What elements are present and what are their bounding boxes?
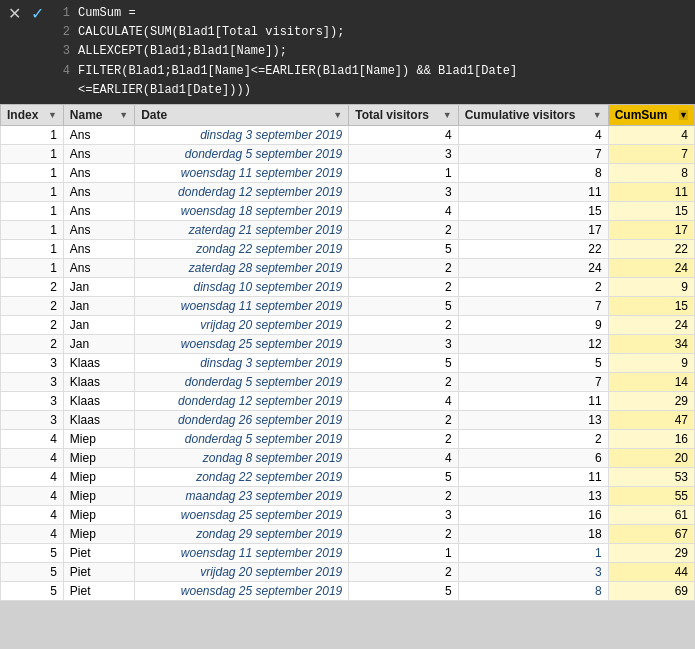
- cell-cumsum: 44: [608, 562, 694, 581]
- table-row: 3Klaasdonderdag 5 september 20192714: [1, 372, 695, 391]
- cell-name: Miep: [63, 505, 134, 524]
- column-header-cumulative[interactable]: Cumulative visitors▼: [458, 104, 608, 125]
- cell-name: Ans: [63, 201, 134, 220]
- filter-icon[interactable]: ▼: [443, 110, 452, 120]
- table-row: 5Pietvrijdag 20 september 20192344: [1, 562, 695, 581]
- cell-name: Jan: [63, 315, 134, 334]
- cell-cumulative: 13: [458, 486, 608, 505]
- filter-icon[interactable]: ▼: [593, 110, 602, 120]
- cell-name: Ans: [63, 220, 134, 239]
- cell-name: Klaas: [63, 410, 134, 429]
- cell-index: 3: [1, 391, 64, 410]
- cell-date: donderdag 5 september 2019: [135, 429, 349, 448]
- cell-date: woensdag 11 september 2019: [135, 543, 349, 562]
- cell-index: 5: [1, 581, 64, 600]
- cell-name: Ans: [63, 239, 134, 258]
- cell-total: 3: [349, 334, 458, 353]
- cell-index: 3: [1, 410, 64, 429]
- cell-total: 2: [349, 429, 458, 448]
- formula-line: 2CALCULATE(SUM(Blad1[Total visitors]);: [54, 23, 689, 42]
- cell-cumulative: 18: [458, 524, 608, 543]
- cell-date: woensdag 11 september 2019: [135, 296, 349, 315]
- cell-date: donderdag 26 september 2019: [135, 410, 349, 429]
- cell-cumulative: 6: [458, 448, 608, 467]
- column-header-date[interactable]: Date▼: [135, 104, 349, 125]
- cell-cumulative: 17: [458, 220, 608, 239]
- cell-index: 1: [1, 201, 64, 220]
- cell-cumulative: 11: [458, 182, 608, 201]
- column-header-cumsum[interactable]: CumSum▼: [608, 104, 694, 125]
- cell-name: Piet: [63, 562, 134, 581]
- table-row: 3Klaasdinsdag 3 september 2019559: [1, 353, 695, 372]
- cell-date: dinsdag 10 september 2019: [135, 277, 349, 296]
- cell-index: 3: [1, 372, 64, 391]
- cell-cumsum: 24: [608, 315, 694, 334]
- cell-cumulative: 15: [458, 201, 608, 220]
- table-row: 5Pietwoensdag 25 september 20195869: [1, 581, 695, 600]
- cell-index: 1: [1, 125, 64, 144]
- cell-total: 3: [349, 144, 458, 163]
- cell-cumsum: 53: [608, 467, 694, 486]
- cell-index: 4: [1, 505, 64, 524]
- cell-date: zaterdag 21 september 2019: [135, 220, 349, 239]
- cell-cumsum: 14: [608, 372, 694, 391]
- filter-icon[interactable]: ▼: [333, 110, 342, 120]
- cell-date: zaterdag 28 september 2019: [135, 258, 349, 277]
- cell-index: 4: [1, 486, 64, 505]
- cell-index: 2: [1, 334, 64, 353]
- cell-date: woensdag 25 september 2019: [135, 505, 349, 524]
- filter-icon[interactable]: ▼: [119, 110, 128, 120]
- cell-cumsum: 22: [608, 239, 694, 258]
- cell-index: 1: [1, 163, 64, 182]
- cell-cumsum: 67: [608, 524, 694, 543]
- table-row: 1Ansdonderdag 5 september 2019377: [1, 144, 695, 163]
- column-header-name[interactable]: Name▼: [63, 104, 134, 125]
- line-number: 2: [54, 23, 70, 42]
- confirm-button[interactable]: ✓: [29, 6, 46, 22]
- cell-name: Klaas: [63, 391, 134, 410]
- table-row: 5Pietwoensdag 11 september 20191129: [1, 543, 695, 562]
- formula-line: 1CumSum =: [54, 4, 689, 23]
- table-row: 4Miepzondag 8 september 20194620: [1, 448, 695, 467]
- formula-bar: ✕ ✓ 1CumSum =2CALCULATE(SUM(Blad1[Total …: [0, 0, 695, 104]
- cell-name: Miep: [63, 467, 134, 486]
- cell-cumulative: 7: [458, 372, 608, 391]
- table-row: 2Jandinsdag 10 september 2019229: [1, 277, 695, 296]
- cell-index: 4: [1, 524, 64, 543]
- cell-cumsum: 29: [608, 391, 694, 410]
- cancel-button[interactable]: ✕: [6, 6, 23, 22]
- cell-date: woensdag 11 september 2019: [135, 163, 349, 182]
- table-row: 4Miepwoensdag 25 september 201931661: [1, 505, 695, 524]
- table-row: 1Ansdinsdag 3 september 2019444: [1, 125, 695, 144]
- data-table-container: Index▼Name▼Date▼Total visitors▼Cumulativ…: [0, 104, 695, 601]
- cell-total: 5: [349, 353, 458, 372]
- cell-total: 4: [349, 125, 458, 144]
- cell-cumulative: 8: [458, 163, 608, 182]
- cell-cumsum: 4: [608, 125, 694, 144]
- column-header-total[interactable]: Total visitors▼: [349, 104, 458, 125]
- column-header-index[interactable]: Index▼: [1, 104, 64, 125]
- cell-index: 1: [1, 220, 64, 239]
- cell-cumulative: 2: [458, 277, 608, 296]
- cell-total: 2: [349, 486, 458, 505]
- filter-icon[interactable]: ▼: [48, 110, 57, 120]
- cell-total: 4: [349, 201, 458, 220]
- table-row: 2Janwoensdag 11 september 20195715: [1, 296, 695, 315]
- cell-name: Piet: [63, 581, 134, 600]
- filter-icon[interactable]: ▼: [679, 110, 688, 120]
- table-row: 4Miepmaandag 23 september 201921355: [1, 486, 695, 505]
- cell-cumulative: 1: [458, 543, 608, 562]
- cell-index: 4: [1, 448, 64, 467]
- cell-cumsum: 24: [608, 258, 694, 277]
- cell-cumsum: 47: [608, 410, 694, 429]
- cell-date: maandag 23 september 2019: [135, 486, 349, 505]
- cell-date: woensdag 25 september 2019: [135, 334, 349, 353]
- cell-date: donderdag 12 september 2019: [135, 391, 349, 410]
- cell-name: Ans: [63, 125, 134, 144]
- cell-cumulative: 11: [458, 391, 608, 410]
- cell-cumsum: 55: [608, 486, 694, 505]
- formula-editor[interactable]: 1CumSum =2CALCULATE(SUM(Blad1[Total visi…: [54, 4, 689, 100]
- line-number: 1: [54, 4, 70, 23]
- cell-cumsum: 61: [608, 505, 694, 524]
- cell-cumsum: 9: [608, 277, 694, 296]
